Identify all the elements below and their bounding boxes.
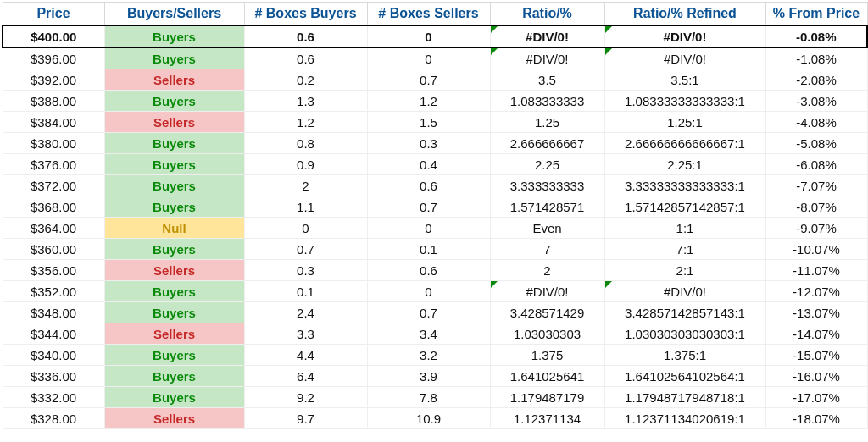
cell-pct-from-price: -16.07% bbox=[765, 366, 867, 387]
cell-ratio-refined: 3.42857142857143:1 bbox=[604, 302, 765, 323]
cell-pct-from-price: -8.07% bbox=[765, 196, 867, 218]
cell-boxes-sellers: 0 bbox=[367, 218, 490, 239]
cell-ratio-refined: 2.66666666666667:1 bbox=[604, 133, 765, 154]
cell-boxes-sellers: 0.1 bbox=[367, 239, 490, 260]
cell-ratio: 1.03030303 bbox=[490, 323, 604, 345]
cell-pct-from-price: -0.08% bbox=[765, 25, 867, 47]
cell-boxes-buyers: 2 bbox=[244, 175, 367, 196]
cell-boxes-buyers: 0.8 bbox=[244, 133, 367, 154]
cell-ratio: Even bbox=[490, 218, 604, 239]
cell-pct-from-price: -6.08% bbox=[765, 154, 867, 175]
cell-buyers-sellers: Buyers bbox=[104, 196, 244, 218]
cell-ratio-refined: 1.17948717948718:1 bbox=[604, 387, 765, 408]
cell-price: $372.00 bbox=[3, 175, 104, 196]
cell-pct-from-price: -13.07% bbox=[765, 302, 867, 323]
cell-boxes-sellers: 1.5 bbox=[367, 112, 490, 133]
cell-pct-from-price: -5.08% bbox=[765, 133, 867, 154]
cell-ratio: 3.5 bbox=[490, 69, 604, 91]
table-row: $360.00Buyers0.70.177:1-10.07% bbox=[3, 239, 867, 260]
cell-price: $400.00 bbox=[3, 25, 104, 47]
cell-pct-from-price: -9.07% bbox=[765, 218, 867, 239]
cell-buyers-sellers: Buyers bbox=[104, 239, 244, 260]
cell-boxes-sellers: 0 bbox=[367, 281, 490, 302]
cell-boxes-sellers: 3.9 bbox=[367, 366, 490, 387]
cell-boxes-buyers: 0 bbox=[244, 218, 367, 239]
cell-ratio: 1.083333333 bbox=[490, 91, 604, 112]
cell-ratio-refined: 2.25:1 bbox=[604, 154, 765, 175]
cell-ratio-refined: 7:1 bbox=[604, 239, 765, 260]
cell-boxes-sellers: 0.4 bbox=[367, 154, 490, 175]
cell-boxes-buyers: 4.4 bbox=[244, 345, 367, 366]
cell-buyers-sellers: Buyers bbox=[104, 133, 244, 154]
cell-ratio: 1.179487179 bbox=[490, 387, 604, 408]
table-row: $372.00Buyers20.63.3333333333.3333333333… bbox=[3, 175, 867, 196]
cell-ratio-refined: 1.03030303030303:1 bbox=[604, 323, 765, 345]
cell-boxes-buyers: 3.3 bbox=[244, 323, 367, 345]
cell-boxes-sellers: 0.7 bbox=[367, 69, 490, 91]
cell-ratio: 1.25 bbox=[490, 112, 604, 133]
cell-boxes-buyers: 9.7 bbox=[244, 408, 367, 429]
cell-price: $364.00 bbox=[3, 218, 104, 239]
table-row: $332.00Buyers9.27.81.1794871791.17948717… bbox=[3, 387, 867, 408]
cell-boxes-buyers: 0.9 bbox=[244, 154, 367, 175]
table-header: Price Buyers/Sellers # Boxes Buyers # Bo… bbox=[3, 3, 867, 26]
cell-boxes-sellers: 3.4 bbox=[367, 323, 490, 345]
cell-pct-from-price: -3.08% bbox=[765, 91, 867, 112]
cell-ratio-refined: 3.33333333333333:1 bbox=[604, 175, 765, 196]
cell-price: $376.00 bbox=[3, 154, 104, 175]
cell-buyers-sellers: Sellers bbox=[104, 323, 244, 345]
cell-ratio: 3.333333333 bbox=[490, 175, 604, 196]
cell-buyers-sellers: Buyers bbox=[104, 154, 244, 175]
table-row: $392.00Sellers0.20.73.53.5:1-2.08% bbox=[3, 69, 867, 91]
cell-buyers-sellers: Buyers bbox=[104, 47, 244, 69]
cell-ratio: 1.571428571 bbox=[490, 196, 604, 218]
cell-boxes-buyers: 0.7 bbox=[244, 239, 367, 260]
cell-ratio-refined: 1.64102564102564:1 bbox=[604, 366, 765, 387]
table-row: $368.00Buyers1.10.71.5714285711.57142857… bbox=[3, 196, 867, 218]
cell-boxes-buyers: 0.2 bbox=[244, 69, 367, 91]
cell-pct-from-price: -4.08% bbox=[765, 112, 867, 133]
header-ratio: Ratio/% bbox=[490, 3, 604, 26]
cell-ratio-refined: #DIV/0! bbox=[604, 281, 765, 302]
cell-boxes-sellers: 0.6 bbox=[367, 175, 490, 196]
table-row: $396.00Buyers0.60#DIV/0!#DIV/0!-1.08% bbox=[3, 47, 867, 69]
header-boxes-sellers: # Boxes Sellers bbox=[367, 3, 490, 26]
cell-ratio-refined: #DIV/0! bbox=[604, 47, 765, 69]
header-boxes-buyers: # Boxes Buyers bbox=[244, 3, 367, 26]
cell-boxes-sellers: 7.8 bbox=[367, 387, 490, 408]
cell-pct-from-price: -18.07% bbox=[765, 408, 867, 429]
cell-ratio-refined: 1.12371134020619:1 bbox=[604, 408, 765, 429]
table-row: $384.00Sellers1.21.51.251.25:1-4.08% bbox=[3, 112, 867, 133]
cell-price: $332.00 bbox=[3, 387, 104, 408]
cell-buyers-sellers: Buyers bbox=[104, 366, 244, 387]
cell-price: $380.00 bbox=[3, 133, 104, 154]
cell-pct-from-price: -15.07% bbox=[765, 345, 867, 366]
cell-price: $388.00 bbox=[3, 91, 104, 112]
cell-buyers-sellers: Buyers bbox=[104, 302, 244, 323]
cell-ratio: 2.25 bbox=[490, 154, 604, 175]
header-price: Price bbox=[3, 3, 104, 26]
cell-price: $356.00 bbox=[3, 260, 104, 281]
table-row: $352.00Buyers0.10#DIV/0!#DIV/0!-12.07% bbox=[3, 281, 867, 302]
table-row: $328.00Sellers9.710.91.123711341.1237113… bbox=[3, 408, 867, 429]
cell-price: $340.00 bbox=[3, 345, 104, 366]
cell-boxes-buyers: 2.4 bbox=[244, 302, 367, 323]
cell-buyers-sellers: Sellers bbox=[104, 260, 244, 281]
cell-pct-from-price: -7.07% bbox=[765, 175, 867, 196]
cell-boxes-buyers: 9.2 bbox=[244, 387, 367, 408]
cell-buyers-sellers: Sellers bbox=[104, 408, 244, 429]
cell-boxes-buyers: 0.3 bbox=[244, 260, 367, 281]
table-row: $364.00Null00Even1:1-9.07% bbox=[3, 218, 867, 239]
cell-boxes-buyers: 1.1 bbox=[244, 196, 367, 218]
table-row: $388.00Buyers1.31.21.0833333331.08333333… bbox=[3, 91, 867, 112]
cell-boxes-sellers: 3.2 bbox=[367, 345, 490, 366]
cell-ratio-refined: 1.25:1 bbox=[604, 112, 765, 133]
cell-buyers-sellers: Buyers bbox=[104, 387, 244, 408]
table-row: $344.00Sellers3.33.41.030303031.03030303… bbox=[3, 323, 867, 345]
table-row: $336.00Buyers6.43.91.6410256411.64102564… bbox=[3, 366, 867, 387]
cell-price: $336.00 bbox=[3, 366, 104, 387]
cell-pct-from-price: -12.07% bbox=[765, 281, 867, 302]
cell-pct-from-price: -2.08% bbox=[765, 69, 867, 91]
table-row: $348.00Buyers2.40.73.4285714293.42857142… bbox=[3, 302, 867, 323]
cell-ratio: #DIV/0! bbox=[490, 47, 604, 69]
